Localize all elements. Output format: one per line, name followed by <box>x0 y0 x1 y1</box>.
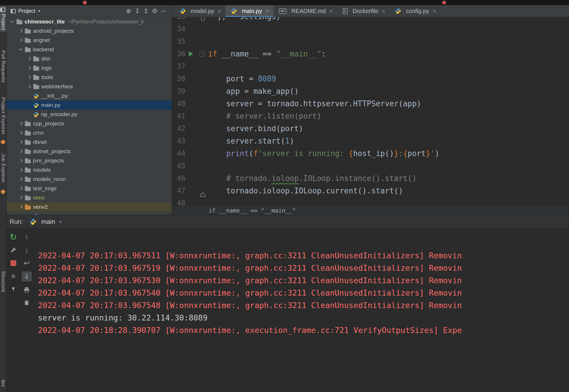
tree-item-main-py[interactable]: main.py <box>7 100 172 110</box>
rerun-icon[interactable]: ↻ <box>9 232 18 242</box>
tree-item-dbnet[interactable]: dbnet <box>7 138 172 147</box>
editor-line[interactable]: 41 # server.listen(port) <box>172 110 569 122</box>
run-tab-main[interactable]: main× <box>26 215 64 228</box>
tree-item-chineseocr-lite[interactable]: chineseocr_lite~/PycharmProjects/chinese… <box>7 17 172 26</box>
tree-item-venv2[interactable]: venv2 <box>7 202 172 212</box>
collapse-all-icon[interactable]: ↥ <box>142 8 150 14</box>
tab-model-py[interactable]: model.py× <box>174 5 225 17</box>
editor-line[interactable]: 38 port = 8089 <box>172 73 569 85</box>
tree-item-angnet[interactable]: angnet <box>7 36 172 45</box>
editor-line[interactable]: 47 tornado.ioloop.IOLoop.current().start… <box>172 185 569 197</box>
project-tree[interactable]: chineseocr_lite~/PycharmProjects/chinese… <box>7 17 172 215</box>
editor-line[interactable]: 46 # tornado.ioloop.IOLoop.instance().st… <box>172 172 569 185</box>
tree-item-android-projects[interactable]: android_projects <box>7 26 172 36</box>
chevron-down-icon[interactable] <box>9 19 15 25</box>
editor-line[interactable]: 43 server.start(1) <box>172 135 569 147</box>
chevron-right-icon[interactable] <box>26 83 32 90</box>
editor-line[interactable]: 42 server.bind(port) <box>172 122 569 135</box>
fold-handle-icon[interactable] <box>201 17 205 21</box>
chevron-right-icon[interactable] <box>17 139 24 145</box>
tree-item-item[interactable] <box>7 212 172 215</box>
chevron-down-icon[interactable] <box>17 46 24 53</box>
tree-item-logs[interactable]: logs <box>7 63 172 73</box>
tab-dockerfile[interactable]: Dockerfile× <box>337 5 390 17</box>
tree-item-venv[interactable]: venv <box>7 193 172 202</box>
stripe-tab-job-explorer[interactable]: Job Explorer <box>0 152 6 184</box>
soft-wrap-icon[interactable]: ↩ <box>22 259 31 268</box>
locate-icon[interactable]: ⊕ <box>124 8 133 14</box>
chevron-right-icon[interactable] <box>17 28 24 34</box>
close-icon[interactable]: × <box>59 218 62 225</box>
close-icon[interactable]: × <box>265 8 269 14</box>
tree-item-dotnet-projects[interactable]: dotnet_projects <box>7 147 172 156</box>
chevron-right-icon[interactable] <box>17 120 24 127</box>
editor-line[interactable]: 44 print(f'server is running: {host_ip()… <box>172 147 569 160</box>
close-icon[interactable]: × <box>382 8 385 14</box>
stop-icon[interactable] <box>9 259 18 268</box>
chevron-down-icon[interactable]: ▾ <box>38 8 40 14</box>
editor-line[interactable]: 48 <box>172 197 569 206</box>
chevron-right-icon[interactable] <box>26 56 32 62</box>
stripe-tab-pull-requests[interactable]: Pull Requests <box>0 49 6 84</box>
editor-line[interactable]: 34 <box>172 23 569 35</box>
tab-main-py[interactable]: main.py× <box>225 5 273 17</box>
chevron-right-icon[interactable] <box>26 65 32 71</box>
settings-icon[interactable]: ⚙ <box>150 8 159 14</box>
chevron-right-icon[interactable] <box>26 74 32 80</box>
wrench-icon[interactable] <box>9 246 18 255</box>
chevron-right-icon[interactable] <box>17 185 24 192</box>
down-icon[interactable]: ↓ <box>22 246 31 255</box>
tree-item-cpp-projects[interactable]: cpp_projects <box>7 119 172 128</box>
tree-item-crnn[interactable]: crnn <box>7 128 172 138</box>
tree-item-init-py[interactable]: __init__.py <box>7 91 172 100</box>
close-icon[interactable]: × <box>433 8 436 14</box>
tree-item-jvm-projects[interactable]: jvm_projects <box>7 156 172 165</box>
chevron-right-icon[interactable] <box>17 37 24 43</box>
chevron-right-icon[interactable] <box>17 148 24 155</box>
tree-item-models-ncnn[interactable]: models_ncnn <box>7 175 172 184</box>
chevron-right-icon[interactable] <box>17 157 24 164</box>
run-tab-label: main <box>41 218 55 226</box>
stripe-tab-project-explorer[interactable]: Project Explorer <box>0 96 6 136</box>
tree-item-test-imgs[interactable]: test_imgs <box>7 184 172 193</box>
chevron-right-icon[interactable] <box>17 204 24 210</box>
run-line-icon[interactable] <box>189 51 193 56</box>
tree-item-np-encoder-py[interactable]: np_encoder.py <box>7 110 172 119</box>
editor-line[interactable]: 36−if __name__ == "__main__": <box>172 48 569 60</box>
editor-line[interactable]: 35 <box>172 35 569 48</box>
tab-config-py[interactable]: config.py× <box>390 5 440 17</box>
stripe-tab-tes[interactable]: tes <box>0 378 6 389</box>
editor-line[interactable]: 37 <box>172 60 569 73</box>
stripe-tab-project[interactable]: Project <box>0 6 6 32</box>
tree-item-webinterface[interactable]: webInterface <box>7 82 172 91</box>
tree-item-tools[interactable]: tools <box>7 73 172 82</box>
plugin-orange-icon[interactable] <box>0 139 6 144</box>
chevron-right-icon[interactable] <box>17 195 24 201</box>
close-icon[interactable]: × <box>218 8 221 14</box>
editor-line[interactable]: 39 app = make_app() <box>172 85 569 98</box>
chevron-right-icon[interactable] <box>17 176 24 182</box>
chevron-right-icon[interactable] <box>17 130 24 136</box>
up-icon[interactable]: ↑ <box>22 232 31 242</box>
print-icon[interactable] <box>22 285 31 294</box>
run-console[interactable]: 2022-04-07 20:17:03.967511 [W:onnxruntim… <box>33 228 569 392</box>
tab-readme-md[interactable]: MDREADME.md× <box>273 5 337 17</box>
expand-all-icon[interactable]: ↧ <box>133 8 142 14</box>
editor-line[interactable]: 40 server = tornado.httpserver.HTTPServe… <box>172 98 569 110</box>
stripe-tab-structure[interactable]: Structure <box>0 269 6 294</box>
pin-icon[interactable] <box>9 285 18 294</box>
chevron-right-icon[interactable] <box>17 167 24 173</box>
code-editor[interactable]: 33 ], **settings)343536−if __name__ == "… <box>172 17 569 206</box>
editor-line[interactable]: 45 <box>172 160 569 172</box>
plugin-orange-icon[interactable] <box>0 189 6 194</box>
tree-item-backend[interactable]: backend <box>7 45 172 54</box>
tree-item-models[interactable]: models <box>7 165 172 175</box>
layout-icon[interactable]: ≡ <box>9 272 18 281</box>
fold-icon[interactable]: − <box>200 51 205 56</box>
tree-item-dist[interactable]: dist <box>7 54 172 63</box>
scroll-to-end-icon[interactable]: ⇓ <box>22 272 32 281</box>
hide-icon[interactable]: ─ <box>159 8 168 14</box>
clear-icon[interactable] <box>22 298 31 307</box>
editor-line[interactable]: 33 ], **settings) <box>172 17 569 23</box>
close-icon[interactable]: × <box>329 8 333 14</box>
